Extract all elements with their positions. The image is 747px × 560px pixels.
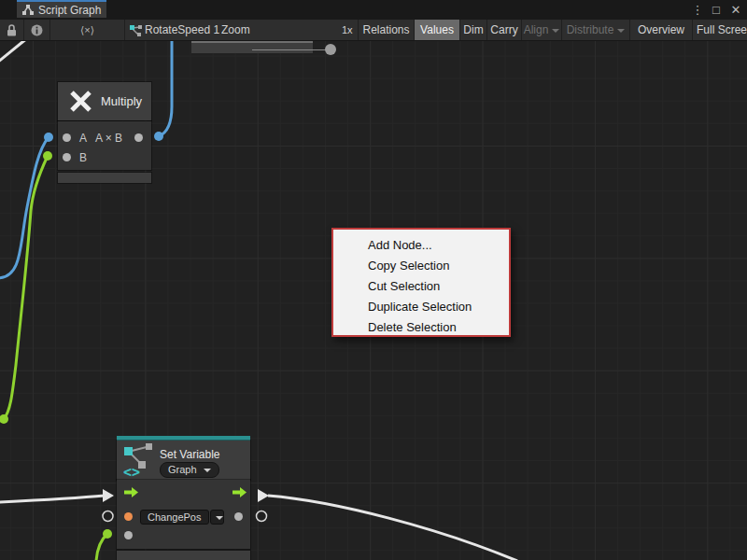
window-maximize-icon[interactable]: □ bbox=[708, 0, 725, 20]
values-button[interactable]: Values bbox=[414, 20, 459, 40]
menu-item-copy-selection[interactable]: Copy Selection bbox=[333, 256, 509, 276]
overview-button[interactable]: Overview bbox=[629, 20, 692, 40]
dim-button[interactable]: Dim bbox=[459, 20, 486, 40]
menu-item-cut-selection[interactable]: Cut Selection bbox=[333, 276, 509, 297]
multiply-port-a-dot[interactable] bbox=[63, 133, 71, 142]
multiply-port-a-label: A bbox=[79, 132, 87, 145]
flow-out-arrow-icon[interactable] bbox=[233, 487, 247, 497]
lock-button[interactable] bbox=[0, 20, 24, 40]
set-variable-extra-port[interactable] bbox=[124, 531, 133, 539]
zoom-slider-track[interactable] bbox=[252, 49, 332, 50]
multiply-node-body[interactable]: A A × B B bbox=[58, 121, 151, 170]
set-variable-out-port[interactable] bbox=[234, 512, 243, 521]
set-variable-node-header[interactable]: <> Set Variable Graph bbox=[117, 441, 250, 480]
chevron-down-icon bbox=[617, 29, 625, 33]
distribute-button[interactable]: Distribute bbox=[561, 20, 629, 40]
menu-item-delete-selection[interactable]: Delete Selection bbox=[333, 317, 509, 338]
carry-button[interactable]: Carry bbox=[486, 20, 521, 40]
relations-button[interactable]: Relations bbox=[358, 20, 414, 40]
menu-item-duplicate-selection[interactable]: Duplicate Selection bbox=[333, 297, 509, 317]
set-variable-node-footer bbox=[117, 551, 250, 560]
set-variable-node-title: Set Variable bbox=[160, 448, 219, 461]
set-variable-icon: <> bbox=[122, 443, 156, 479]
variable-name-label: ChangePos bbox=[148, 511, 202, 523]
zoom-slider-handle[interactable] bbox=[325, 44, 336, 55]
full-screen-button[interactable]: Full Screen bbox=[692, 20, 747, 40]
multiply-node-footer bbox=[58, 173, 151, 183]
graph-pointer-icon bbox=[130, 25, 142, 36]
partial-node[interactable] bbox=[191, 41, 313, 53]
info-button[interactable] bbox=[24, 20, 50, 40]
align-button[interactable]: Align bbox=[521, 20, 561, 40]
tab-title: Script Graph bbox=[38, 4, 101, 17]
multiply-port-out-dot[interactable] bbox=[134, 133, 143, 142]
multiply-port-b-dot[interactable] bbox=[63, 153, 71, 161]
set-variable-value-port[interactable] bbox=[124, 512, 133, 521]
multiply-node-header[interactable]: Multiply bbox=[58, 82, 151, 120]
multiply-node-title: Multiply bbox=[101, 94, 142, 108]
edit-graph-button[interactable]: ⟨×⟩ bbox=[50, 20, 125, 40]
chevron-down-icon bbox=[204, 469, 211, 472]
window-close-icon[interactable]: ✕ bbox=[727, 0, 744, 20]
zoom-level: 1x bbox=[342, 20, 358, 40]
chevron-down-icon bbox=[552, 29, 559, 33]
info-icon bbox=[31, 24, 43, 36]
set-variable-node-body[interactable]: ChangePos bbox=[117, 480, 250, 549]
tab-bar: Script Graph ⋮ □ ✕ bbox=[0, 0, 747, 20]
menu-item-add-node[interactable]: Add Node... bbox=[333, 235, 509, 256]
context-menu: Add Node... Copy Selection Cut Selection… bbox=[331, 228, 511, 337]
graph-toolbar: ⟨×⟩ RotateSpeed 1 Zoom 1x Relations Valu… bbox=[0, 20, 747, 41]
flow-in-arrow-icon[interactable] bbox=[124, 487, 138, 497]
lock-icon bbox=[7, 24, 17, 36]
multiply-icon bbox=[68, 89, 93, 114]
variable-name-dropdown[interactable]: ChangePos bbox=[140, 510, 209, 525]
graph-breadcrumb[interactable]: RotateSpeed 1 bbox=[145, 20, 221, 40]
window-menu-icon[interactable]: ⋮ bbox=[689, 0, 706, 20]
multiply-port-b-label: B bbox=[79, 151, 87, 164]
tab-script-graph[interactable]: Script Graph bbox=[17, 0, 106, 18]
zoom-label: Zoom bbox=[221, 20, 251, 40]
script-graph-window: Multiply A A × B B <> Set Variable Graph bbox=[0, 0, 747, 560]
variable-name-caret-button[interactable] bbox=[210, 510, 224, 525]
svg-text:<>: <> bbox=[123, 464, 140, 479]
set-variable-scope-dropdown[interactable]: Graph bbox=[160, 462, 219, 478]
set-variable-scope-label: Graph bbox=[168, 464, 197, 475]
chevron-down-icon bbox=[216, 516, 223, 520]
graph-icon bbox=[22, 5, 34, 15]
multiply-port-axb-label: A × B bbox=[95, 132, 122, 145]
